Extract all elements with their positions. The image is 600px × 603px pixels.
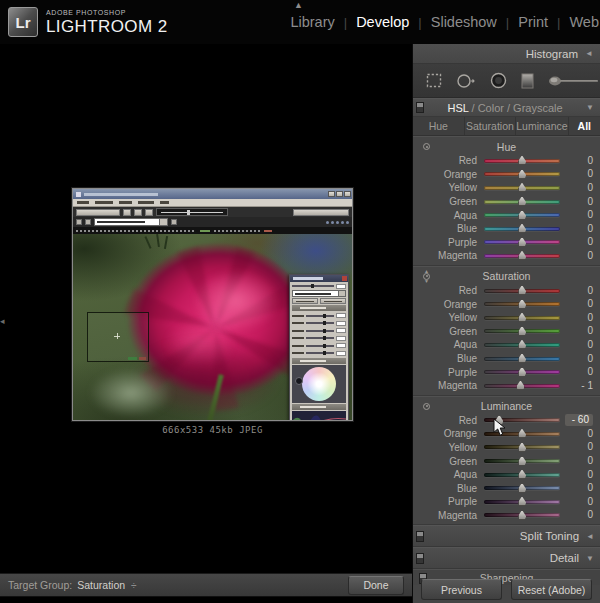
slider-track[interactable]: [484, 159, 560, 163]
target-group-value[interactable]: Saturation: [77, 579, 125, 591]
module-library[interactable]: Library: [290, 14, 334, 30]
slider-track[interactable]: [484, 500, 560, 504]
menu-item: [119, 201, 132, 204]
tab-luminance[interactable]: Luminance: [516, 117, 568, 135]
embedded-toolbar-2: [73, 217, 352, 227]
histogram-panel-header[interactable]: Histogram ◄: [413, 44, 600, 64]
slider-track[interactable]: [484, 302, 560, 306]
hsl-mode-grayscale[interactable]: Grayscale: [513, 102, 563, 114]
main-content-area: ◂: [0, 44, 413, 603]
slider-thumb[interactable]: [518, 237, 527, 247]
slider-track[interactable]: [484, 370, 560, 374]
slider-thumb[interactable]: [518, 326, 527, 336]
slider-thumb[interactable]: [518, 169, 527, 179]
slider-thumb[interactable]: [518, 442, 527, 452]
slider-track[interactable]: [484, 254, 560, 258]
slider-track[interactable]: [484, 357, 560, 361]
photo-of-app-window[interactable]: [72, 188, 353, 421]
slider-track[interactable]: [484, 384, 560, 388]
slider-track[interactable]: [484, 213, 560, 217]
toolbar-button: [85, 219, 91, 225]
slider-thumb[interactable]: [518, 250, 527, 260]
slider-value: 0: [560, 155, 593, 167]
left-panel-expand-icon[interactable]: ◂: [0, 316, 5, 326]
panel-toggle-switch-icon[interactable]: [416, 102, 424, 113]
tab-saturation[interactable]: Saturation: [465, 117, 517, 135]
split-toning-panel-header[interactable]: Split Toning ◄: [413, 525, 600, 547]
detail-panel-header[interactable]: Detail ▼: [413, 547, 600, 569]
slider-track[interactable]: [484, 289, 560, 293]
slider-thumb[interactable]: [518, 510, 527, 520]
slider-thumb[interactable]: [518, 223, 527, 233]
slider-track[interactable]: [484, 172, 560, 176]
selection-readout: [128, 357, 146, 360]
slider-thumb[interactable]: [518, 285, 527, 295]
module-slideshow[interactable]: Slideshow: [431, 14, 497, 30]
previous-button[interactable]: Previous: [421, 579, 502, 600]
hsl-panel-header[interactable]: HSL / Color / Grayscale ▼: [413, 98, 600, 117]
panel-toggle-switch-icon[interactable]: [416, 531, 424, 542]
embedded-panel-combobox: [292, 290, 346, 297]
status-text: [214, 230, 260, 232]
close-icon: [342, 276, 347, 281]
graduated-filter-icon[interactable]: [521, 73, 534, 89]
slider-track[interactable]: [484, 445, 560, 449]
slider-thumb[interactable]: [518, 182, 527, 192]
slider-thumb[interactable]: [518, 496, 527, 506]
slider-track[interactable]: [484, 227, 560, 231]
lightroom-logo: Lr: [8, 7, 38, 37]
section-title-label: Hue: [497, 141, 516, 153]
slider-track[interactable]: [484, 459, 560, 463]
target-adjustment-tool-icon[interactable]: [421, 140, 432, 153]
slider-thumb[interactable]: [518, 155, 527, 165]
slider-track[interactable]: [484, 513, 560, 517]
slider-thumb[interactable]: [518, 312, 527, 322]
color-wheel: [302, 367, 336, 401]
slider-thumb[interactable]: [516, 380, 525, 390]
adjustment-brush-icon[interactable]: [548, 75, 600, 87]
slider-track[interactable]: [484, 316, 560, 320]
slider-thumb[interactable]: [518, 367, 527, 377]
target-adjustment-tool-icon[interactable]: ▲▼: [421, 270, 432, 283]
target-adjustment-tool-icon[interactable]: [421, 400, 432, 413]
slider-track[interactable]: [484, 343, 560, 347]
spot-removal-icon[interactable]: [456, 73, 476, 89]
embedded-panel-slider-row: [290, 342, 348, 350]
crop-overlay-icon[interactable]: [426, 73, 442, 88]
target-group-popup-icon[interactable]: ÷: [131, 580, 137, 591]
slider-thumb[interactable]: [518, 428, 527, 438]
red-eye-icon[interactable]: [490, 72, 507, 89]
embedded-panel-slider-row: [290, 312, 348, 320]
slider-value: - 1: [560, 380, 593, 392]
slider-track[interactable]: [484, 329, 560, 333]
reset-button[interactable]: Reset (Adobe): [511, 579, 592, 600]
slider-row-magenta: Magenta0: [413, 249, 600, 263]
tab-all[interactable]: All: [569, 117, 600, 135]
slider-thumb[interactable]: [518, 299, 527, 309]
slider-label: Red: [413, 285, 484, 296]
slider-thumb[interactable]: [518, 339, 527, 349]
slider-track[interactable]: [484, 486, 560, 490]
hsl-mode-color[interactable]: Color: [478, 102, 504, 114]
module-web[interactable]: Web: [569, 14, 599, 30]
slider-track[interactable]: [484, 200, 560, 204]
module-print[interactable]: Print: [518, 14, 548, 30]
slider-track[interactable]: [484, 186, 560, 190]
done-button[interactable]: Done: [348, 576, 404, 595]
slider-value: 0: [560, 469, 593, 481]
histogram-header-label: Histogram: [526, 48, 578, 60]
slider-track[interactable]: [484, 240, 560, 244]
slider-thumb[interactable]: [518, 210, 527, 220]
slider-thumb[interactable]: [518, 196, 527, 206]
slider-thumb[interactable]: [518, 456, 527, 466]
slider-thumb[interactable]: [518, 483, 527, 493]
toolbar-zoom-slider: [156, 208, 228, 216]
slider-thumb[interactable]: [518, 353, 527, 363]
tab-hue[interactable]: Hue: [413, 117, 465, 135]
hsl-mode-hsl[interactable]: HSL: [447, 102, 468, 114]
panel-toggle-switch-icon[interactable]: [416, 553, 424, 564]
module-develop[interactable]: Develop: [356, 14, 409, 30]
top-panel-collapse-icon[interactable]: ▲: [294, 1, 303, 10]
slider-track[interactable]: [484, 473, 560, 477]
slider-thumb[interactable]: [518, 469, 527, 479]
